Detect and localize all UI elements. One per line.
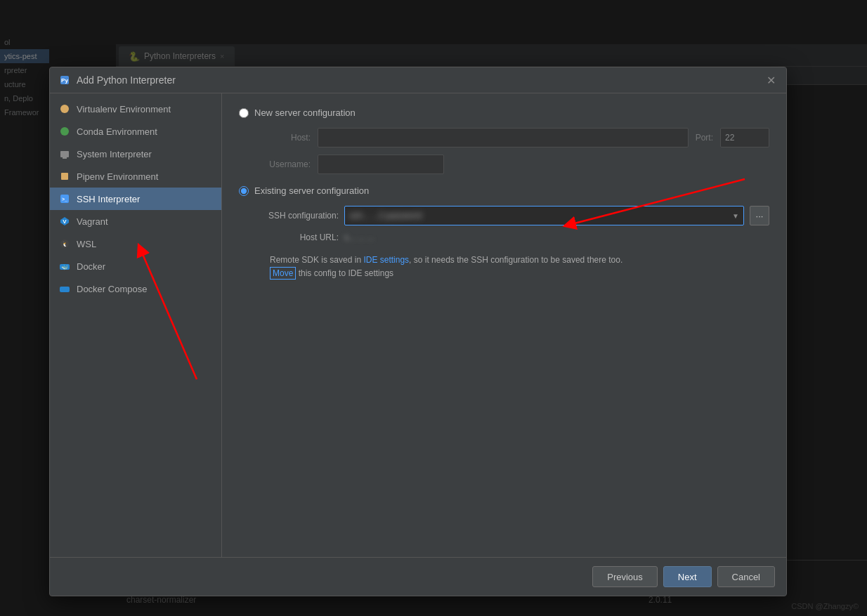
sidebar-item-label: Pipenv Environment: [77, 171, 158, 182]
dropdown-arrow-icon: ▼: [732, 212, 739, 220]
dialog-body: Virtualenv Environment Conda Environment…: [50, 93, 786, 557]
port-label-text: Port:: [696, 133, 713, 143]
dialog-title: Add Python Interpreter: [77, 74, 764, 86]
dialog-icon: Py: [58, 74, 71, 86]
svg-point-2: [60, 105, 69, 113]
sidebar-item-ssh[interactable]: >_ SSH Interpreter: [50, 188, 221, 210]
svg-rect-4: [60, 151, 69, 157]
virtualenv-icon: [58, 103, 71, 115]
svg-point-3: [60, 127, 69, 136]
add-python-interpreter-dialog: Py Add Python Interpreter ✕ Virtualenv E…: [49, 67, 787, 596]
sidebar-item-label: Docker: [77, 261, 105, 272]
info-text-2: , so it needs the SSH configuration to b…: [409, 255, 622, 265]
docker-icon: 🐳: [58, 260, 71, 273]
sidebar-item-wsl[interactable]: 🐧 WSL: [50, 232, 221, 255]
ssh-config-row: SSH configuration: ssh... ...2 password …: [254, 206, 769, 225]
sidebar-item-label: Vagrant: [77, 216, 108, 227]
ssh-config-more-btn[interactable]: ···: [750, 206, 769, 225]
previous-button[interactable]: Previous: [592, 566, 658, 587]
sidebar-item-label: Docker Compose: [77, 284, 147, 294]
move-link[interactable]: Move: [270, 267, 296, 280]
new-server-label[interactable]: New server configuration: [254, 107, 356, 118]
host-input[interactable]: [318, 128, 689, 148]
dialog-close-btn[interactable]: ✕: [764, 73, 778, 87]
dialog-content: New server configuration Host: Port: 22 …: [222, 93, 786, 557]
dialog-footer: Previous Next Cancel: [50, 557, 786, 596]
existing-server-radio-option[interactable]: Existing server configuration: [239, 185, 769, 196]
sidebar-item-pipenv[interactable]: Pipenv Environment: [50, 165, 221, 188]
docker-compose-icon: [58, 282, 71, 295]
svg-text:Py: Py: [61, 77, 68, 84]
sidebar-item-label: Virtualenv Environment: [77, 104, 171, 114]
host-url-value: s... ... ...: [344, 232, 374, 242]
ssh-config-value: ssh... ...2 password: [349, 211, 422, 221]
existing-server-label[interactable]: Existing server configuration: [254, 185, 369, 196]
sidebar-item-label: Conda Environment: [77, 126, 157, 137]
sidebar-item-label: SSH Interpreter: [77, 194, 140, 204]
host-url-row: Host URL: s... ... ...: [254, 232, 769, 242]
svg-rect-15: [60, 287, 70, 292]
ssh-config-label: SSH configuration:: [254, 211, 339, 221]
ide-settings-link[interactable]: IDE settings: [363, 255, 409, 265]
port-input[interactable]: 22: [720, 128, 769, 148]
existing-server-fields: SSH configuration: ssh... ...2 password …: [254, 206, 769, 280]
ssh-icon: >_: [58, 192, 71, 205]
new-server-radio-option[interactable]: New server configuration: [239, 107, 769, 118]
info-text: Remote SDK is saved in IDE settings, so …: [270, 254, 769, 280]
cancel-button[interactable]: Cancel: [717, 566, 775, 587]
system-icon: [58, 148, 71, 160]
next-button[interactable]: Next: [663, 566, 712, 587]
info-text-1: Remote SDK is saved in: [270, 255, 363, 265]
sidebar-item-conda[interactable]: Conda Environment: [50, 120, 221, 143]
svg-rect-5: [63, 157, 67, 159]
conda-icon: [58, 125, 71, 138]
existing-server-radio[interactable]: [239, 186, 249, 196]
new-server-fields: Host: Port: 22 Username:: [254, 128, 769, 174]
move-text: this config to IDE settings: [296, 268, 393, 278]
sidebar-item-docker-compose[interactable]: Docker Compose: [50, 277, 221, 300]
sidebar-item-label: System Interpreter: [77, 149, 152, 159]
sidebar-item-system[interactable]: System Interpreter: [50, 143, 221, 165]
sidebar-item-vagrant[interactable]: V Vagrant: [50, 210, 221, 232]
ssh-config-dropdown[interactable]: ssh... ...2 password ▼: [344, 206, 744, 225]
dialog-titlebar: Py Add Python Interpreter ✕: [50, 67, 786, 93]
new-server-radio[interactable]: [239, 108, 249, 118]
username-row: Username:: [254, 155, 769, 174]
username-input[interactable]: [318, 155, 444, 174]
python-icon: Py: [59, 74, 70, 86]
dialog-sidebar: Virtualenv Environment Conda Environment…: [50, 93, 222, 557]
sidebar-item-label: WSL: [77, 239, 96, 249]
pipenv-icon: [58, 170, 71, 183]
svg-text:🐳: 🐳: [61, 263, 68, 270]
host-row: Host: Port: 22: [254, 128, 769, 148]
svg-rect-6: [61, 173, 68, 180]
svg-text:>_: >_: [62, 197, 67, 202]
sidebar-item-docker[interactable]: 🐳 Docker: [50, 255, 221, 277]
host-url-label: Host URL:: [254, 232, 339, 242]
wsl-icon: 🐧: [58, 237, 71, 250]
vagrant-icon: V: [58, 215, 71, 228]
svg-text:🐧: 🐧: [62, 241, 68, 247]
username-label: Username:: [254, 159, 311, 169]
host-label: Host:: [254, 133, 311, 143]
sidebar-item-virtualenv[interactable]: Virtualenv Environment: [50, 98, 221, 120]
svg-text:V: V: [63, 218, 67, 225]
